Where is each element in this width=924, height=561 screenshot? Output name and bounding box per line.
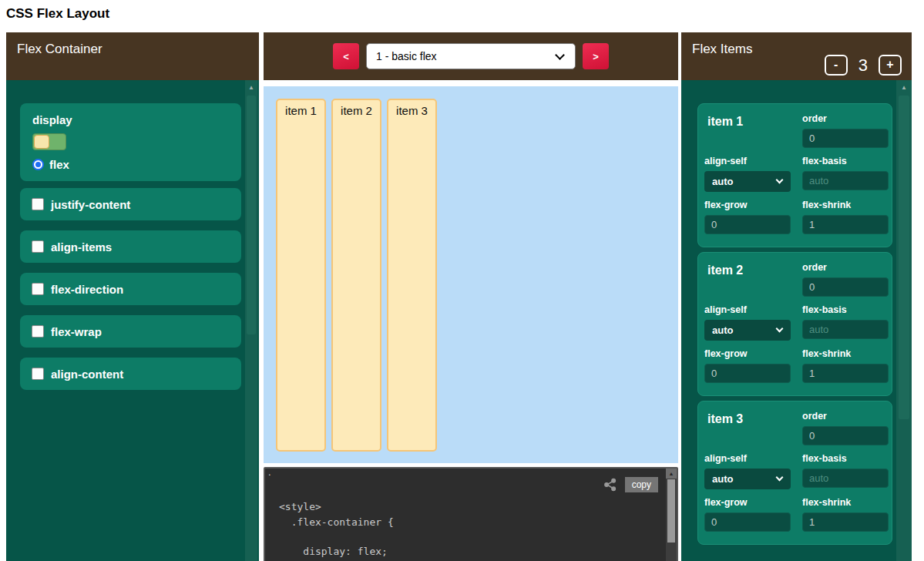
align-content-checkbox[interactable] [32,368,44,380]
display-label: display [32,113,229,126]
align-self-select[interactable]: auto [704,320,791,341]
scroll-up-icon[interactable]: ▲ [896,80,912,91]
justify-content-checkbox[interactable] [32,198,44,210]
code-block: <style> .flex-container { display: flex; [279,499,394,559]
flex-direction-label[interactable]: flex-direction [51,283,123,296]
flex-basis-label: flex-basis [802,156,889,166]
item-counter: - 3 + [825,55,902,76]
flex-container-title: Flex Container [17,42,102,56]
property-card-align-items: align-items [20,230,241,263]
flex-items-title: Flex Items [692,42,752,56]
preview-column: < 1 - basic flex > item 1 item 2 item 3 … [264,32,678,561]
flex-preview-container: item 1 item 2 item 3 [264,86,678,463]
order-input[interactable] [802,277,889,297]
flex-items-panel: Flex Items - 3 + item 1 order align-self… [681,32,912,561]
right-scrollbar-thumb[interactable] [899,96,909,419]
flex-grow-label: flex-grow [704,348,791,359]
code-scrollbar-thumb[interactable] [667,479,675,543]
item-card-3: item 3 order align-self auto flex-basis [697,401,892,545]
copy-button[interactable]: copy [625,477,658,492]
order-input[interactable] [802,129,889,148]
chevron-down-icon [776,325,784,333]
add-item-button[interactable]: + [879,55,902,76]
flex-shrink-label: flex-shrink [802,348,889,359]
prev-example-button[interactable]: < [333,43,359,69]
flex-radio[interactable] [32,159,44,170]
align-self-label: align-self [704,453,791,464]
order-input[interactable] [802,426,889,445]
align-self-select[interactable]: auto [704,171,791,192]
align-self-select[interactable]: auto [704,469,791,489]
flex-shrink-label: flex-shrink [802,200,889,210]
code-line [279,529,394,544]
flex-grow-input[interactable] [704,364,791,383]
example-select-wrap: 1 - basic flex [366,43,576,69]
align-content-label[interactable]: align-content [51,368,123,381]
display-card: display flex [20,103,241,181]
property-card-flex-wrap: flex-wrap [20,315,241,348]
preview-item-3: item 3 [387,99,437,452]
page-title: CSS Flex Layout [6,6,109,22]
item-card-1: item 1 order align-self auto flex-basis [697,103,892,247]
item-card-title: item 1 [704,113,791,148]
flex-basis-input[interactable] [802,469,889,488]
flex-basis-input[interactable] [802,320,889,339]
flex-shrink-input[interactable] [802,512,889,532]
display-toggle-knob [34,135,49,149]
flex-wrap-checkbox[interactable] [32,325,44,338]
code-corner-dot: . [268,469,271,476]
code-line: display: flex; [279,544,394,559]
flex-shrink-input[interactable] [802,215,889,234]
scroll-up-icon[interactable]: ▲ [245,80,257,91]
flex-direction-checkbox[interactable] [32,283,44,295]
justify-content-label[interactable]: justify-content [51,198,130,211]
flex-grow-label: flex-grow [704,200,791,210]
align-self-value: auto [712,176,733,187]
flex-basis-input[interactable] [802,171,889,190]
left-scrollbar-thumb[interactable] [247,96,256,334]
flex-container-panel: Flex Container display flex justify-cont… [6,32,259,561]
flex-grow-input[interactable] [704,215,791,234]
align-self-label: align-self [704,156,791,166]
flex-shrink-input[interactable] [802,364,889,383]
property-card-justify-content: justify-content [20,188,241,220]
align-self-label: align-self [704,304,791,315]
flex-radio-label[interactable]: flex [49,158,69,171]
flex-container-header: Flex Container [6,32,259,80]
right-panel-scrollbar[interactable]: ▲ [896,80,912,561]
display-toggle[interactable] [32,133,66,150]
order-label: order [802,262,889,273]
property-card-align-content: align-content [20,358,241,390]
flex-wrap-label[interactable]: flex-wrap [51,325,102,338]
remove-item-button[interactable]: - [825,55,848,76]
flex-basis-label: flex-basis [802,304,889,315]
code-panel: . copy <style> .flex-container { display… [264,467,678,561]
chevron-down-icon [776,474,784,482]
scroll-up-icon[interactable]: ▲ [666,469,677,479]
order-label: order [802,113,889,124]
code-line: <style> [279,499,394,515]
align-items-label[interactable]: align-items [51,240,112,254]
align-self-value: auto [712,473,733,485]
flex-grow-label: flex-grow [704,497,791,508]
preview-item-1: item 1 [276,99,326,452]
item-count: 3 [858,55,868,76]
flex-items-body: item 1 order align-self auto flex-basis [681,80,912,561]
item-card-title: item 2 [704,262,791,297]
next-example-button[interactable]: > [583,43,609,69]
flex-shrink-label: flex-shrink [802,497,889,508]
flex-container-body: display flex justify-content align-items… [6,80,259,561]
align-self-value: auto [712,324,733,336]
left-panel-scrollbar[interactable]: ▲ [245,80,257,561]
chevron-down-icon [776,176,784,184]
order-label: order [802,411,889,422]
flex-grow-input[interactable] [704,512,791,532]
align-items-checkbox[interactable] [32,240,44,253]
code-scrollbar[interactable]: ▲ [666,469,677,561]
flex-basis-label: flex-basis [802,453,889,464]
item-card-title: item 3 [704,411,791,445]
example-select[interactable]: 1 - basic flex [367,44,575,69]
code-line: .flex-container { [279,515,394,530]
share-icon[interactable] [603,478,617,492]
preview-item-2: item 2 [331,99,381,452]
